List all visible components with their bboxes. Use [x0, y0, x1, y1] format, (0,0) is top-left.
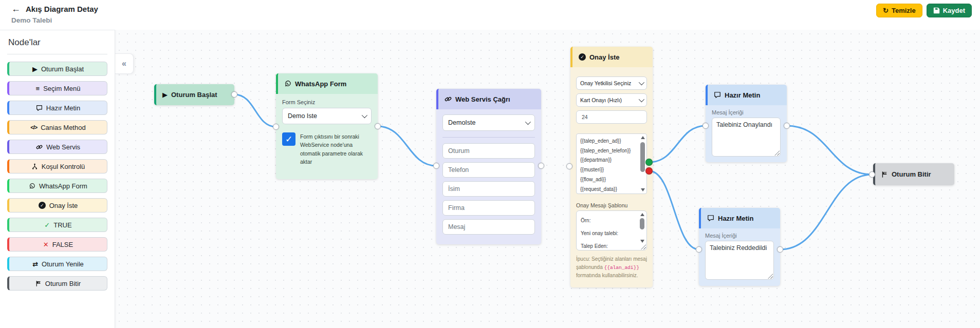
- webservice-param-input[interactable]: Telefon: [442, 162, 535, 178]
- template-field-option[interactable]: {{departman}}: [580, 156, 639, 165]
- template-textarea-label: Onay Mesajı Şablonu: [576, 202, 647, 208]
- template-text: Örn:Yeni onay talebi:Talep Eden:: [577, 211, 646, 250]
- template-textarea[interactable]: Örn:Yeni onay talebi:Talep Eden:: [576, 210, 647, 250]
- handle-whatsapp-in[interactable]: [273, 124, 279, 130]
- link-icon: [36, 144, 43, 150]
- scroll-thumb[interactable]: [640, 218, 644, 229]
- node-header: Hazır Metin: [699, 208, 780, 228]
- handle-hazir-bottom-in[interactable]: [696, 246, 702, 253]
- sidebar-item-whatsapp-form[interactable]: WhatsApp Form: [7, 179, 107, 193]
- scrollbar[interactable]: [640, 135, 645, 192]
- scroll-up-icon[interactable]: [641, 136, 645, 139]
- handle-approve-in[interactable]: [566, 163, 572, 169]
- handle-hazir-top-in[interactable]: [702, 123, 709, 129]
- sidebar-item-web-servis[interactable]: Web Servis: [7, 140, 107, 154]
- sidebar-item-oturum-bitir[interactable]: Oturum Bitir: [7, 276, 107, 291]
- chevron-down-icon: [639, 97, 644, 102]
- timeout-hours-input[interactable]: 24: [576, 110, 647, 124]
- node-title: Web Servis Çağrı: [455, 95, 510, 103]
- scroll-down-icon[interactable]: [641, 188, 645, 191]
- flow-canvas[interactable]: [115, 30, 980, 328]
- handle-webservice-in[interactable]: [433, 163, 439, 169]
- save-button[interactable]: Kaydet: [927, 4, 972, 17]
- sidebar-title: Node'lar: [8, 37, 107, 48]
- webservice-param-input[interactable]: Mesaj: [442, 219, 535, 235]
- sidebar-collapse-button[interactable]: «: [115, 53, 134, 74]
- scroll-thumb[interactable]: [640, 142, 645, 172]
- message-content-textarea[interactable]: Talebiniz Reddedildi: [705, 241, 774, 280]
- template-field-option[interactable]: {{talep_eden_ad}}: [580, 137, 639, 146]
- form-select[interactable]: Demo Iste: [282, 108, 372, 124]
- sidebar-item-false[interactable]: ✕FALSE: [7, 237, 107, 252]
- approval-type-select[interactable]: Kart Onayı (Hızlı): [576, 93, 647, 107]
- handle-start-out[interactable]: [231, 91, 237, 98]
- message-content-textarea[interactable]: Talebiniz Onaylandı: [712, 118, 781, 157]
- auto-param-checkbox[interactable]: ✓: [282, 132, 295, 146]
- handle-bitir-in[interactable]: [869, 171, 875, 178]
- template-field-option[interactable]: {{request_data}}: [580, 185, 639, 194]
- check-circle-icon: ✓: [579, 53, 586, 61]
- node-oturum-baslat[interactable]: ▶ Oturum Başlat: [154, 84, 234, 105]
- scrollbar[interactable]: [639, 212, 645, 244]
- sidebar-item-true[interactable]: ✓TRUE: [7, 218, 107, 232]
- refresh-icon: ⇄: [32, 261, 38, 267]
- node-web-servis-cagri[interactable]: Web Servis Çağrı DemoIste OturumTelefonİ…: [436, 89, 541, 244]
- scroll-down-icon[interactable]: [640, 240, 644, 243]
- template-field-option[interactable]: {{musteri}}: [580, 165, 639, 175]
- webservice-select-value: DemoIste: [448, 119, 476, 126]
- template-field-option[interactable]: {{talep_eden_telefon}}: [580, 146, 639, 156]
- message-content-value: Talebiniz Reddedildi: [706, 241, 773, 255]
- node-hazir-metin-red[interactable]: Hazır Metin Mesaj İçeriği Talebiniz Redd…: [699, 208, 780, 286]
- clear-button-label: Temizle: [892, 7, 916, 14]
- sidebar-item-onay-iste[interactable]: ✓Onay İste: [7, 198, 107, 213]
- node-whatsapp-form[interactable]: WhatsApp Form Form Seçiniz Demo Iste ✓ F…: [276, 73, 378, 179]
- hint-code-token: {{alan_adi}}: [604, 265, 639, 271]
- node-title: Onay İste: [589, 53, 620, 61]
- sidebar-item-label: FALSE: [52, 241, 73, 248]
- check-icon: ✓: [44, 222, 50, 228]
- sidebar-item-hazir-metin[interactable]: Hazır Metin: [7, 101, 107, 115]
- flag-icon: [35, 280, 42, 287]
- handle-hazir-bottom-out[interactable]: [777, 246, 783, 253]
- approver-select[interactable]: Onay Yetkilisi Seçiniz: [576, 76, 647, 90]
- template-hint-text: İpucu: Seçtiğiniz alanları mesaj şablonu…: [576, 255, 647, 280]
- sidebar-item-label: Onay İste: [49, 202, 78, 209]
- refresh-icon: ↻: [883, 7, 889, 14]
- form-select-value: Demo Iste: [288, 112, 317, 120]
- play-icon: ▶: [162, 91, 168, 98]
- node-title: Oturum Bitir: [892, 170, 931, 178]
- chevron-down-icon: [362, 112, 367, 118]
- template-fields-listbox[interactable]: {{talep_eden_ad}}{{talep_eden_telefon}}{…: [576, 133, 647, 194]
- node-onay-iste[interactable]: ✓ Onay İste Onay Yetkilisi Seçiniz Kart …: [570, 47, 653, 287]
- node-title: Hazır Metin: [725, 91, 760, 99]
- handle-hazir-top-out[interactable]: [784, 123, 790, 129]
- chevron-down-icon: [525, 119, 531, 125]
- handle-approve-false-out[interactable]: [645, 167, 653, 175]
- message-content-label: Mesaj İçeriği: [712, 109, 781, 115]
- sidebar-item-kosul-kontrolu[interactable]: Koşul Kontrolü: [7, 159, 107, 173]
- scroll-up-icon[interactable]: [640, 213, 644, 216]
- webservice-param-input[interactable]: Oturum: [442, 143, 535, 159]
- clear-button[interactable]: ↻ Temizle: [876, 4, 922, 17]
- whatsapp-icon: [29, 183, 35, 189]
- handle-webservice-out[interactable]: [538, 163, 544, 169]
- resize-grip[interactable]: [768, 274, 773, 279]
- sidebar-item-oturum-baslat[interactable]: ▶Oturum Başlat: [7, 62, 107, 76]
- back-arrow-icon[interactable]: ←: [11, 4, 21, 13]
- handle-whatsapp-out[interactable]: [375, 123, 381, 129]
- node-hazir-metin-onay[interactable]: Hazır Metin Mesaj İçeriği Talebiniz Onay…: [706, 85, 787, 162]
- sidebar-item-oturum-yenile[interactable]: ⇄Oturum Yenile: [7, 257, 107, 271]
- handle-approve-true-out[interactable]: [645, 159, 653, 166]
- x-icon: ✕: [43, 241, 49, 248]
- branch-icon: [31, 163, 38, 170]
- sidebar-item-canias-method[interactable]: </>Canias Method: [7, 120, 107, 134]
- sidebar-item-label: Oturum Başlat: [41, 65, 84, 73]
- resize-grip[interactable]: [774, 150, 780, 156]
- sidebar-item-secim-menu[interactable]: ≡Seçim Menü: [7, 81, 107, 95]
- webservice-select[interactable]: DemoIste: [442, 114, 535, 131]
- webservice-param-input[interactable]: Firma: [442, 200, 535, 216]
- template-field-option[interactable]: {{flow_adi}}: [580, 175, 639, 185]
- webservice-param-input[interactable]: İsim: [442, 181, 535, 197]
- chat-bubble-icon: [714, 91, 721, 99]
- node-oturum-bitir[interactable]: Oturum Bitir: [873, 163, 954, 185]
